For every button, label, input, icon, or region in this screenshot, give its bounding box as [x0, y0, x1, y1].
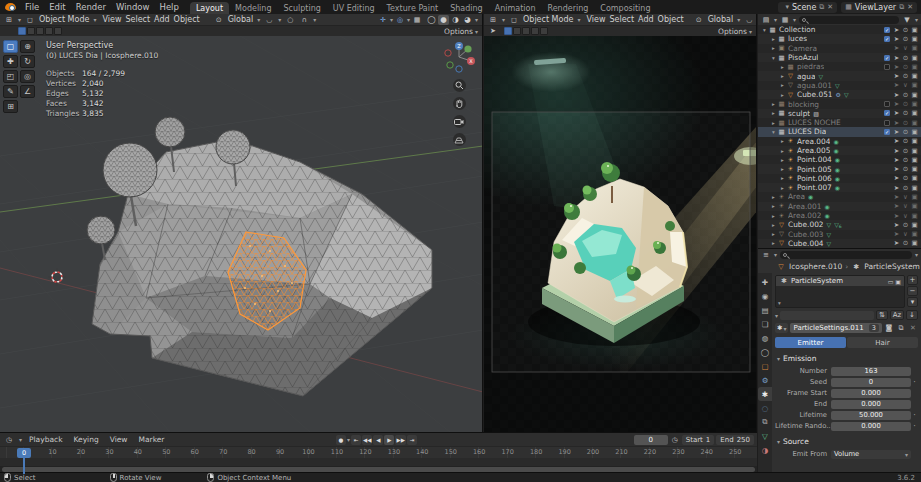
outliner-row-collection[interactable]: ▾ ▦ Collection ✓➤⊙▣ [758, 25, 921, 34]
exclude-checkbox[interactable]: ✓ [884, 27, 890, 33]
render-toggle[interactable]: ▣ [910, 26, 919, 34]
breadcrumb-object[interactable]: Icosphere.010 [789, 262, 842, 271]
perspective-toggle-button[interactable] [453, 133, 466, 146]
timeline-menu-playback[interactable]: Playback [27, 435, 64, 444]
close-icon[interactable]: ✕ [827, 3, 833, 11]
properties-tab-material[interactable]: ◑ [758, 443, 772, 457]
shading-rendered-icon[interactable]: ◕ [462, 15, 473, 25]
outliner-row-camera[interactable]: ▸ ▣ Camera ➤∨▣ [758, 44, 921, 53]
hide-toggle[interactable]: ∨ [901, 193, 910, 201]
select-toggle[interactable]: ➤ [892, 184, 901, 192]
outliner-row-area-002[interactable]: ▸ ☀ Area.002◉ ➤∨▣ [758, 211, 921, 220]
workspace-tab-shading[interactable]: Shading [444, 2, 489, 14]
fake-user-icon[interactable]: ◙ [884, 324, 894, 333]
outliner-row-sculpt[interactable]: ▸ ▦ sculpt▨ ✓➤⊙▣ [758, 109, 921, 118]
disclosure-arrow[interactable]: ▸ [779, 148, 786, 154]
hide-toggle[interactable]: ⊙ [901, 165, 910, 173]
hide-toggle[interactable]: ⊙ [901, 72, 910, 80]
outliner-row-luces-noche[interactable]: ▸ ▦ LUCES NOCHE ➤⊙▣ [758, 118, 921, 127]
render-toggle[interactable]: ▣ [910, 44, 919, 52]
disclosure-arrow[interactable]: ▸ [779, 157, 786, 163]
disclosure-arrow[interactable]: ▸ [779, 82, 786, 88]
render-toggle[interactable]: ▣ [910, 137, 919, 145]
properties-tab-tool[interactable]: ✚ [758, 275, 772, 289]
select-mode-set[interactable] [504, 27, 512, 35]
transport-jump-to-start[interactable]: ⇤ [351, 435, 361, 445]
select-mode-extend[interactable] [27, 27, 35, 35]
workspace-tab-rendering[interactable]: Rendering [541, 2, 594, 14]
list-specials-icon[interactable]: ▾ [778, 300, 781, 306]
end-frame-field[interactable]: End 250 [716, 435, 754, 445]
emit-from-dropdown[interactable]: Volume ▾ [831, 450, 911, 459]
select-toggle[interactable]: ➤ [892, 165, 901, 173]
menu-file[interactable]: File [20, 2, 44, 12]
timeline-tracks[interactable] [0, 458, 757, 466]
navigation-gizmo[interactable]: Z X [442, 40, 476, 74]
shading-wireframe-icon[interactable]: ◯ [426, 15, 437, 25]
select-toggle[interactable]: ➤ [892, 174, 901, 182]
unlink-icon[interactable]: ✕ [908, 324, 918, 333]
animate-dot[interactable]: · [911, 378, 918, 387]
value-field[interactable]: 50.000 [831, 411, 911, 420]
outliner-row-cube-051[interactable]: ▸ ▽ Cube.051⚙▽ ➤⊙▣ [758, 90, 921, 99]
select-toggle[interactable]: ➤ [892, 26, 901, 34]
specials-menu-button[interactable]: ▾ [907, 297, 918, 307]
editor-type-icon[interactable]: ◷ [4, 435, 14, 444]
properties-search-input[interactable] [780, 251, 912, 259]
hide-toggle[interactable]: ⊙ [901, 54, 910, 62]
select-toggle[interactable]: ➤ [892, 230, 901, 238]
outliner-row-blocking[interactable]: ▸ ▦ blocking ➤⊙▣ [758, 99, 921, 108]
select-toggle[interactable]: ➤ [892, 137, 901, 145]
outliner-row-pisoazul[interactable]: ▾ ▦ PisoAzul ✓➤⊙▣ [758, 53, 921, 62]
options-dropdown[interactable]: Options [718, 27, 747, 36]
outliner-row-point-006[interactable]: ▸ ☀ Point.006◉ ➤⊙▣ [758, 174, 921, 183]
disclosure-arrow[interactable]: ▸ [779, 64, 786, 70]
menu-help[interactable]: Help [154, 2, 183, 12]
hide-toggle[interactable]: ⊙ [901, 221, 910, 229]
properties-tab-render[interactable]: ◉ [758, 289, 772, 303]
options-dropdown[interactable]: Options [444, 27, 473, 36]
select-toggle[interactable]: ➤ [892, 212, 901, 220]
viewport-menu-add[interactable]: Add [152, 15, 172, 24]
viewport-menu-select[interactable]: Select [607, 15, 636, 24]
animate-dot[interactable]: · [911, 411, 918, 420]
viewport-menu-object[interactable]: Object [656, 15, 686, 24]
menu-edit[interactable]: Edit [44, 2, 70, 12]
shading-material-icon[interactable]: ◑ [450, 15, 461, 25]
filter-icon[interactable]: ▼ [902, 15, 912, 24]
hide-toggle[interactable]: ∨ [901, 81, 910, 89]
select-toggle[interactable]: ➤ [892, 193, 901, 201]
render-toggle[interactable]: ▣ [910, 193, 919, 201]
blender-logo-icon[interactable] [5, 3, 16, 11]
render-toggle[interactable]: ▣ [910, 156, 919, 164]
datablock-name-field[interactable]: ParticleSettings.011 3 [790, 323, 882, 333]
animate-dot[interactable]: · [911, 422, 918, 431]
outliner-row-cube-003[interactable]: ▸ ▽ Cube.003▽ ➤∨▣ [758, 230, 921, 239]
shading-solid-icon[interactable]: ● [438, 15, 449, 25]
emission-panel-header[interactable]: ▾ Emission [777, 354, 918, 363]
select-toggle[interactable]: ➤ [892, 202, 901, 210]
workspace-tab-layout[interactable]: Layout [190, 2, 229, 14]
viewport-menu-select[interactable]: Select [123, 15, 152, 24]
outliner-row-cube-004[interactable]: ▸ ▽ Cube.004▽ ➤⊙▣ [758, 239, 921, 248]
xray-toggle-icon[interactable]: ▦ [412, 15, 422, 24]
workspace-tab-sculpting[interactable]: Sculpting [277, 2, 326, 14]
value-field[interactable]: 0.000 [831, 422, 911, 431]
workspace-tab-uv-editing[interactable]: UV Editing [327, 2, 381, 14]
scale-tool[interactable]: ◰ [3, 70, 18, 83]
hide-toggle[interactable]: ⊙ [901, 35, 910, 43]
disclosure-arrow[interactable]: ▸ [770, 120, 777, 126]
hide-toggle[interactable]: ⊙ [901, 128, 910, 136]
transport-prev-keyframe[interactable]: ◀◀ [362, 435, 372, 445]
proportional-edit-icon[interactable]: ○ [285, 15, 295, 24]
workspace-tab-geometry-nodes[interactable]: Geometry Nodes [657, 2, 660, 14]
active-tool-icon[interactable]: ➤ [488, 27, 498, 36]
disclosure-arrow[interactable]: ▸ [779, 185, 786, 191]
viewport-menu-view[interactable]: View [584, 15, 607, 24]
hide-toggle[interactable]: ⊙ [901, 137, 910, 145]
add-particle-system-button[interactable]: + [907, 275, 918, 285]
breadcrumb-particle-system[interactable]: ParticleSystem [864, 262, 920, 271]
properties-tab-constraints[interactable]: ⧉ [758, 415, 772, 429]
cursor-tool[interactable]: ⊕ [20, 40, 35, 53]
exclude-checkbox[interactable] [884, 64, 890, 70]
